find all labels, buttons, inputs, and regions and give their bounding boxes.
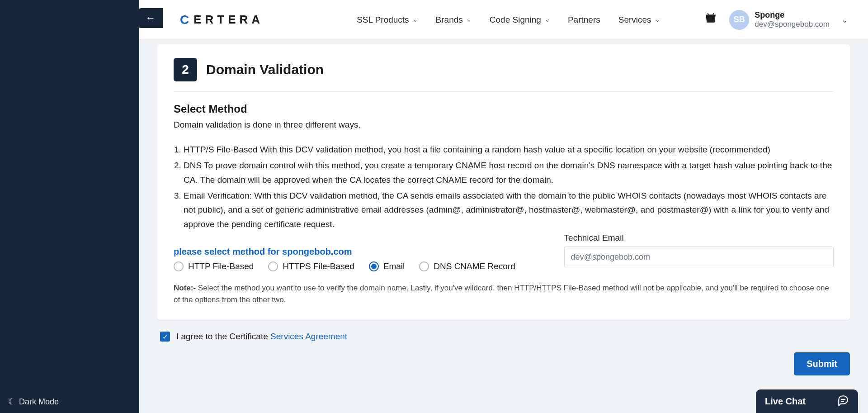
chevron-down-icon: ⌄ (655, 16, 660, 23)
topbar: C ERTERA SSL Products ⌄ Brands ⌄ Code Si… (139, 0, 868, 40)
nav-code-signing[interactable]: Code Signing ⌄ (490, 15, 550, 25)
radio-icon (419, 261, 429, 271)
nav-label: SSL Products (357, 15, 409, 25)
nav-label: Brands (436, 15, 463, 25)
method-item: Email Verification: With this DCV valida… (184, 189, 834, 231)
technical-email-label: Technical Email (564, 233, 834, 243)
methods-list: HTTP/S File-Based With this DCV validati… (174, 142, 834, 231)
note-text: Note:- Select the method you want to use… (174, 282, 834, 305)
note-label: Note:- (174, 284, 198, 292)
nav-partners[interactable]: Partners (568, 15, 600, 25)
user-email: dev@spongebob.com (755, 20, 830, 29)
nav-services[interactable]: Services ⌄ (618, 15, 660, 25)
agree-prefix: I agree to the Certificate (176, 332, 270, 341)
dark-mode-toggle[interactable]: ☾ Dark Mode (8, 397, 59, 407)
user-menu[interactable]: SB Sponge dev@spongebob.com ⌄ (729, 10, 848, 30)
nav-label: Services (618, 15, 651, 25)
step-header: 2 Domain Validation (174, 58, 834, 81)
radio-label: Email (383, 261, 405, 271)
logo-text: ERTERA (193, 13, 264, 27)
sidebar: ☾ Dark Mode (0, 0, 139, 413)
agree-checkbox[interactable]: ✓ (160, 332, 170, 342)
agree-text: I agree to the Certificate Services Agre… (176, 332, 347, 342)
back-button[interactable]: ← (138, 8, 163, 28)
radio-dns[interactable]: DNS CNAME Record (419, 261, 515, 271)
intro-text: Domain validation is done in three diffe… (174, 120, 834, 130)
main-nav: SSL Products ⌄ Brands ⌄ Code Signing ⌄ P… (357, 15, 660, 25)
chevron-down-icon: ⌄ (467, 16, 472, 23)
method-item: DNS To prove domain control with this me… (184, 158, 834, 187)
chat-icon (837, 394, 849, 408)
radio-group: HTTP File-Based HTTPS File-Based Email D… (174, 261, 546, 271)
radio-icon (174, 261, 184, 271)
technical-email-col: Technical Email (564, 233, 834, 267)
radio-label: HTTP File-Based (188, 261, 254, 271)
logo-c-icon: C (180, 13, 193, 27)
divider (174, 91, 834, 92)
chevron-down-icon: ⌄ (413, 16, 418, 23)
submit-row: Submit (157, 352, 850, 375)
avatar-initials: SB (734, 15, 745, 24)
domain-validation-card: 2 Domain Validation Select Method Domain… (157, 44, 850, 320)
nav-brands[interactable]: Brands ⌄ (436, 15, 472, 25)
nav-label: Partners (568, 15, 600, 25)
chevron-down-icon: ⌄ (841, 15, 848, 25)
live-chat-label: Live Chat (765, 396, 806, 407)
avatar: SB (729, 10, 749, 30)
note-body: Select the method you want to use to ver… (174, 284, 829, 304)
nav-label: Code Signing (490, 15, 541, 25)
select-method-heading: Select Method (174, 103, 834, 115)
submit-button[interactable]: Submit (794, 352, 850, 375)
technical-email-input[interactable] (564, 247, 834, 267)
user-info: Sponge dev@spongebob.com (755, 10, 830, 29)
agreement-row: ✓ I agree to the Certificate Services Ag… (160, 332, 850, 342)
radio-http[interactable]: HTTP File-Based (174, 261, 254, 271)
radio-icon (268, 261, 278, 271)
select-method-prompt: please select method for spongebob.com (174, 247, 546, 257)
radio-https[interactable]: HTTPS File-Based (268, 261, 354, 271)
method-item: HTTP/S File-Based With this DCV validati… (184, 142, 834, 157)
chevron-down-icon: ⌄ (545, 16, 550, 23)
step-number: 2 (174, 58, 197, 81)
step-title: Domain Validation (206, 62, 324, 77)
moon-icon: ☾ (8, 397, 15, 407)
method-select-row: please select method for spongebob.com H… (174, 233, 834, 282)
arrow-left-icon: ← (146, 12, 156, 24)
radio-icon (369, 261, 379, 271)
method-select-left: please select method for spongebob.com H… (174, 233, 546, 282)
radio-label: DNS CNAME Record (434, 261, 515, 271)
topbar-right: SB Sponge dev@spongebob.com ⌄ (705, 10, 848, 30)
logo[interactable]: C ERTERA (180, 13, 264, 27)
cart-icon[interactable] (705, 12, 717, 27)
dark-mode-label: Dark Mode (19, 397, 59, 407)
radio-label: HTTPS File-Based (283, 261, 354, 271)
services-agreement-link[interactable]: Services Agreement (270, 332, 347, 341)
user-name: Sponge (755, 10, 830, 20)
nav-ssl-products[interactable]: SSL Products ⌄ (357, 15, 417, 25)
live-chat-button[interactable]: Live Chat (756, 389, 858, 413)
main-content: 2 Domain Validation Select Method Domain… (139, 40, 868, 413)
radio-email[interactable]: Email (369, 261, 405, 271)
